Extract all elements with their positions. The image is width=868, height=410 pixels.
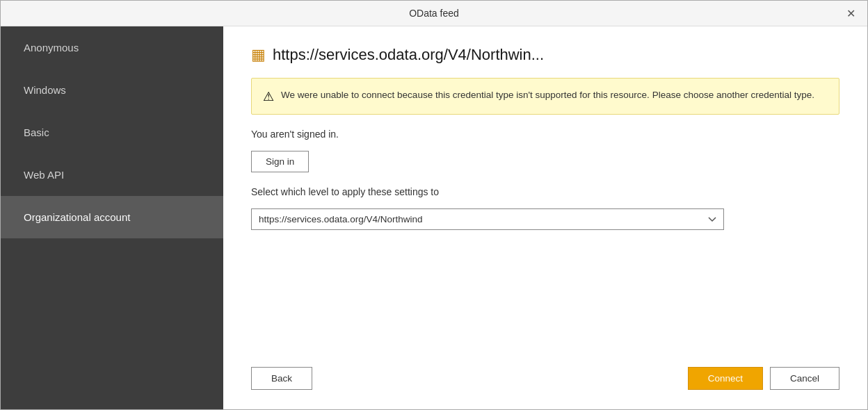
level-select[interactable]: https://services.odata.org/V4/Northwind xyxy=(251,208,724,230)
level-label: Select which level to apply these settin… xyxy=(251,186,839,197)
connect-button[interactable]: Connect xyxy=(688,367,763,390)
warning-box: ⚠ We were unable to connect because this… xyxy=(251,78,839,115)
level-select-wrapper: https://services.odata.org/V4/Northwind xyxy=(251,208,724,230)
sidebar-item-windows[interactable]: Windows xyxy=(1,69,223,111)
back-button[interactable]: Back xyxy=(251,367,312,390)
dialog-title: OData feed xyxy=(409,8,459,19)
close-button[interactable]: ✕ xyxy=(842,5,859,22)
resource-title: ▦ https://services.odata.org/V4/Northwin… xyxy=(251,46,839,64)
sidebar-item-web-api[interactable]: Web API xyxy=(1,154,223,196)
table-icon: ▦ xyxy=(251,46,266,64)
title-bar: OData feed ✕ xyxy=(1,1,867,26)
sidebar-item-organizational-account[interactable]: Organizational account xyxy=(1,196,223,238)
sidebar: Anonymous Windows Basic Web API Organiza… xyxy=(1,26,223,409)
cancel-button[interactable]: Cancel xyxy=(770,367,839,390)
odata-dialog: OData feed ✕ Anonymous Windows Basic Web… xyxy=(0,0,868,410)
sign-in-button[interactable]: Sign in xyxy=(251,151,309,172)
warning-icon: ⚠ xyxy=(263,89,274,104)
sidebar-item-basic[interactable]: Basic xyxy=(1,111,223,154)
resource-url: https://services.odata.org/V4/Northwin..… xyxy=(273,46,544,64)
signed-out-text: You aren't signed in. xyxy=(251,129,839,140)
content-area: Anonymous Windows Basic Web API Organiza… xyxy=(1,26,867,409)
main-panel: ▦ https://services.odata.org/V4/Northwin… xyxy=(223,26,867,409)
right-buttons: Connect Cancel xyxy=(688,367,839,390)
footer-buttons: Back Connect Cancel xyxy=(251,353,839,390)
sidebar-item-anonymous[interactable]: Anonymous xyxy=(1,26,223,69)
warning-text: We were unable to connect because this c… xyxy=(281,88,814,102)
